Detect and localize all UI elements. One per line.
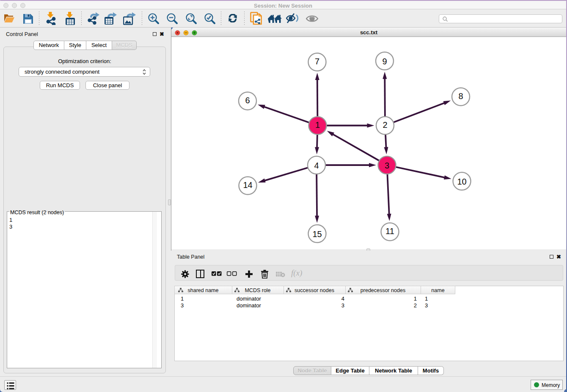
svg-text:11: 11 [385, 226, 394, 236]
svg-text:2: 2 [383, 120, 387, 130]
svg-text:14: 14 [243, 180, 252, 190]
svg-text:6: 6 [245, 96, 250, 105]
svg-text:9: 9 [382, 57, 387, 66]
svg-text:1: 1 [315, 120, 320, 130]
svg-text:4: 4 [314, 161, 319, 170]
svg-text:15: 15 [312, 229, 322, 239]
svg-text:3: 3 [385, 161, 389, 170]
svg-text:10: 10 [457, 177, 466, 186]
svg-text:8: 8 [458, 91, 463, 101]
svg-text:7: 7 [315, 57, 319, 66]
